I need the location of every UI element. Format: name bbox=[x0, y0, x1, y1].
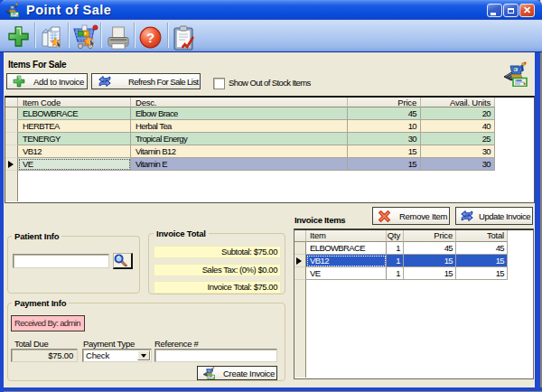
svg-text:?: ? bbox=[146, 30, 154, 45]
